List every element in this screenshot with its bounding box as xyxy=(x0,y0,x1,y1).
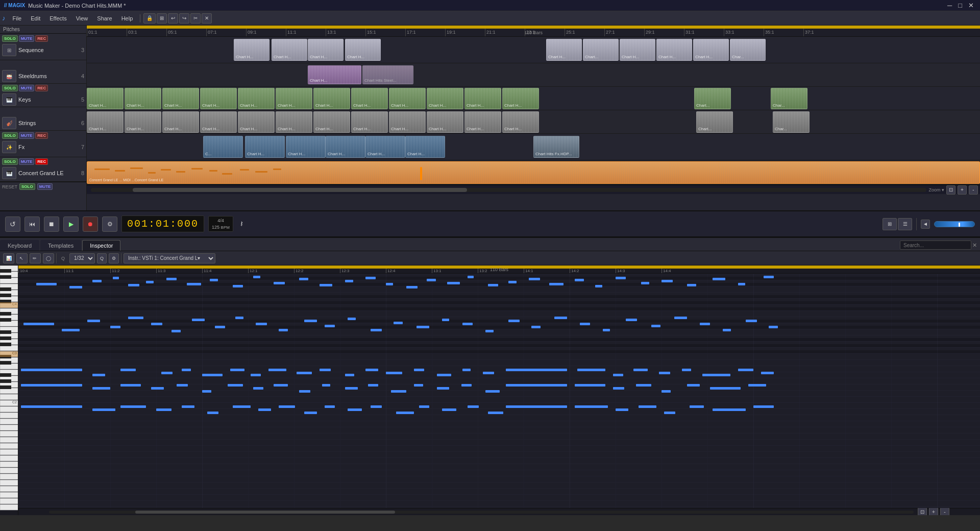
global-mute-btn[interactable]: MUTE xyxy=(37,183,53,190)
clip-sequence-4[interactable]: Chart H... xyxy=(345,39,381,61)
toolbar-cut-btn[interactable]: ✂ xyxy=(190,13,201,23)
instrument-select[interactable]: Instr.: VSTi 1: Concert Grand L▾ xyxy=(124,253,215,263)
clip-sequence-9[interactable]: Chart H... xyxy=(693,39,729,61)
solo-btn-fx[interactable]: SOLO xyxy=(2,132,18,139)
pr-draw-btn[interactable]: ✏ xyxy=(30,253,41,263)
track-lane-keys[interactable]: Chart H... Chart H... Chart H... Chart H… xyxy=(87,87,980,110)
clip-keys-9[interactable]: Chart H... xyxy=(389,88,426,109)
piano-scroll-thumb[interactable] xyxy=(135,511,395,514)
clip-strings-10[interactable]: Chart H... xyxy=(427,111,463,133)
clip-strings-11[interactable]: Chart H... xyxy=(464,111,501,133)
piano-zoom-out[interactable]: - xyxy=(940,508,949,516)
clip-sequence-8[interactable]: Chart H... xyxy=(656,39,692,61)
rec-btn-sequence[interactable]: REC xyxy=(35,35,48,42)
clip-fx-7[interactable]: Chart Hits Fx.HDP... xyxy=(533,136,579,158)
mute-btn-sequence[interactable]: MUTE xyxy=(19,35,35,42)
track-lane-sequence[interactable]: Chart H... Chart H... Chart H... Chart H… xyxy=(87,37,980,63)
window-controls[interactable]: ─ □ ✕ xyxy=(945,2,976,9)
view-list-btn[interactable]: ☰ xyxy=(898,218,912,230)
solo-btn-sequence[interactable]: SOLO xyxy=(2,35,18,42)
clip-strings-5[interactable]: Chart H... xyxy=(238,111,275,133)
search-close-btn[interactable]: ✕ xyxy=(972,242,977,249)
clip-keys-5[interactable]: Chart H... xyxy=(238,88,275,109)
solo-btn-keys[interactable]: SOLO xyxy=(2,85,18,91)
menu-share[interactable]: Share xyxy=(93,14,116,23)
hscrollbar[interactable] xyxy=(91,188,926,192)
clip-keys-4[interactable]: Chart H... xyxy=(200,88,237,109)
quantize-select[interactable]: 1/32 1/16 1/8 xyxy=(69,253,95,263)
mute-btn-keys[interactable]: MUTE xyxy=(19,85,35,91)
solo-btn-grand[interactable]: SOLO xyxy=(2,158,18,165)
pr-q-btn[interactable]: Q xyxy=(97,253,107,263)
track-lane-steeldrums[interactable]: Chart H... Chart Hits Steel... xyxy=(87,63,980,87)
menu-help[interactable]: Help xyxy=(117,14,137,23)
piano-zoom-fit[interactable]: ⊡ xyxy=(918,508,927,516)
clip-steeldrums-2[interactable]: Chart Hits Steel... xyxy=(362,65,413,84)
vol-left-btn[interactable]: ◄ xyxy=(921,220,930,229)
clip-keys-10[interactable]: Chart H... xyxy=(427,88,463,109)
loop-btn[interactable]: ↺ xyxy=(5,216,20,232)
tab-templates[interactable]: Templates xyxy=(40,240,81,251)
clip-fx-2[interactable]: Chart H... xyxy=(245,136,285,158)
hscrollbar-thumb[interactable] xyxy=(133,188,467,192)
menu-view[interactable]: View xyxy=(72,14,92,23)
clip-keys-3[interactable]: Chart H... xyxy=(162,88,199,109)
zoom-in-btn[interactable]: + xyxy=(958,185,967,195)
clip-strings-2[interactable]: Chart H... xyxy=(125,111,161,133)
clip-keys-14[interactable]: Char... xyxy=(771,88,807,109)
tab-inspector[interactable]: Inspector xyxy=(82,240,120,251)
clip-keys-1[interactable]: Chart H... xyxy=(87,88,124,109)
clip-strings-1[interactable]: Chart H... xyxy=(87,111,124,133)
clip-strings-14[interactable]: Char... xyxy=(773,111,810,133)
menu-edit[interactable]: Edit xyxy=(27,14,44,23)
track-lane-grand[interactable]: Concert Grand LE ... MIDI ...Concert Gra… xyxy=(87,160,980,185)
clip-keys-6[interactable]: Chart H... xyxy=(276,88,312,109)
clip-sequence-6[interactable]: Chart... xyxy=(583,39,619,61)
toolbar-close-btn[interactable]: ✕ xyxy=(202,13,212,23)
close-btn[interactable]: ✕ xyxy=(966,2,976,9)
pr-chart-btn[interactable]: 📊 xyxy=(3,253,14,263)
settings-btn[interactable]: ⚙ xyxy=(102,216,117,232)
clip-fx-3[interactable]: Chart H... xyxy=(286,136,326,158)
minimize-btn[interactable]: ─ xyxy=(945,2,954,9)
toolbar-redo-btn[interactable]: ↪ xyxy=(179,13,189,23)
play-btn[interactable]: ▶ xyxy=(63,216,79,232)
toolbar-snap-btn[interactable]: ⊞ xyxy=(157,13,167,23)
record-btn[interactable]: ⏺ xyxy=(83,216,98,232)
clip-keys-2[interactable]: Chart H... xyxy=(125,88,161,109)
clip-keys-7[interactable]: Chart H... xyxy=(313,88,350,109)
clip-strings-3[interactable]: Chart H... xyxy=(162,111,199,133)
global-solo-btn[interactable]: SOLO xyxy=(19,183,35,190)
clip-sequence-5[interactable]: Chart H... xyxy=(546,39,582,61)
clip-strings-7[interactable]: Chart H... xyxy=(313,111,350,133)
volume-slider[interactable] xyxy=(934,221,975,227)
clip-strings-8[interactable]: Chart H... xyxy=(351,111,388,133)
clip-sequence-1[interactable]: Chart H... xyxy=(234,39,270,61)
pr-erase-btn[interactable]: ◯ xyxy=(43,253,54,263)
rec-btn-fx[interactable]: REC xyxy=(35,132,48,139)
zoom-out-btn[interactable]: - xyxy=(969,185,978,195)
maximize-btn[interactable]: □ xyxy=(956,2,964,9)
clip-keys-11[interactable]: Chart H... xyxy=(464,88,501,109)
track-lane-fx[interactable]: C... Chart H... Chart H... Chart H... Ch… xyxy=(87,134,980,160)
pr-cursor-btn[interactable]: ↖ xyxy=(16,253,28,263)
clip-keys-12[interactable]: Chart H... xyxy=(502,88,539,109)
clip-fx-5[interactable]: Chart H... xyxy=(365,136,405,158)
clip-fx-6[interactable]: Chart H... xyxy=(405,136,445,158)
clip-strings-6[interactable]: Chart H... xyxy=(276,111,312,133)
search-input[interactable] xyxy=(900,240,971,250)
zoom-label[interactable]: Zoom ▾ xyxy=(928,187,944,192)
zoom-fit-btn[interactable]: ⊡ xyxy=(946,185,955,195)
piano-scroll-track[interactable] xyxy=(49,511,914,514)
stop-btn[interactable]: ⏹ xyxy=(44,216,59,232)
clip-strings-13[interactable]: Chart... xyxy=(696,111,733,133)
toolbar-undo-btn[interactable]: ↩ xyxy=(168,13,178,23)
tab-keyboard[interactable]: Keyboard xyxy=(0,240,39,251)
clip-keys-13[interactable]: Chart... xyxy=(694,88,731,109)
clip-keys-8[interactable]: Chart H... xyxy=(351,88,388,109)
pr-settings-btn[interactable]: ⚙ xyxy=(109,253,119,263)
track-lane-strings[interactable]: Chart H... Chart H... Chart H... Chart H… xyxy=(87,110,980,134)
menu-effects[interactable]: Effects xyxy=(45,14,70,23)
clip-fx-4[interactable]: Chart H... xyxy=(326,136,365,158)
menu-file[interactable]: File xyxy=(9,14,26,23)
